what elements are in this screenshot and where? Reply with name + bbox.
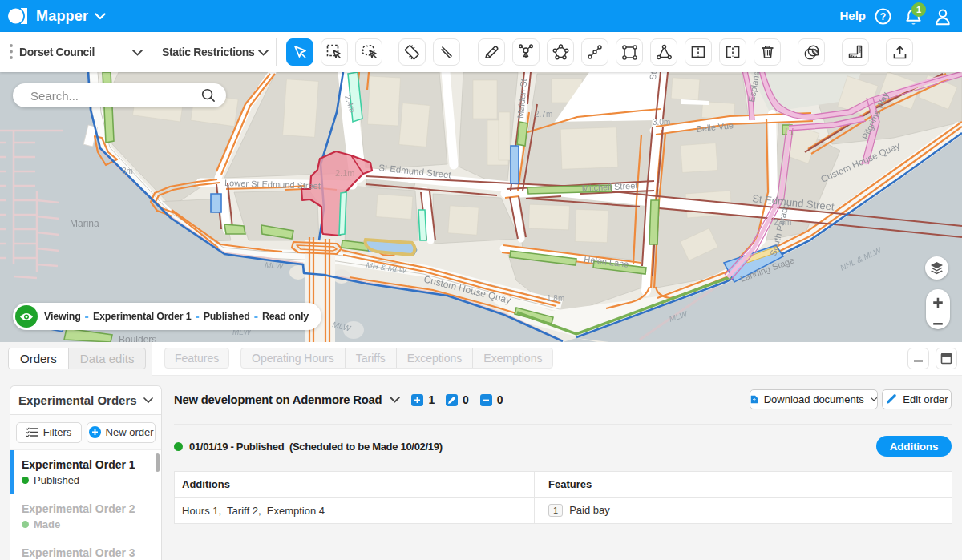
- svg-text:8m: 8m: [122, 167, 133, 175]
- svg-text:Marina: Marina: [70, 218, 99, 229]
- svg-text:MLW: MLW: [265, 260, 285, 271]
- svg-text:2.7m: 2.7m: [535, 110, 552, 119]
- svg-text:Boulders: Boulders: [119, 334, 156, 342]
- svg-text:1.8m: 1.8m: [547, 294, 564, 303]
- svg-text:2.1m: 2.1m: [335, 168, 354, 178]
- svg-text:3.0m: 3.0m: [653, 118, 670, 127]
- svg-text:2.4m: 2.4m: [774, 218, 791, 227]
- svg-text:?: ?: [880, 11, 887, 22]
